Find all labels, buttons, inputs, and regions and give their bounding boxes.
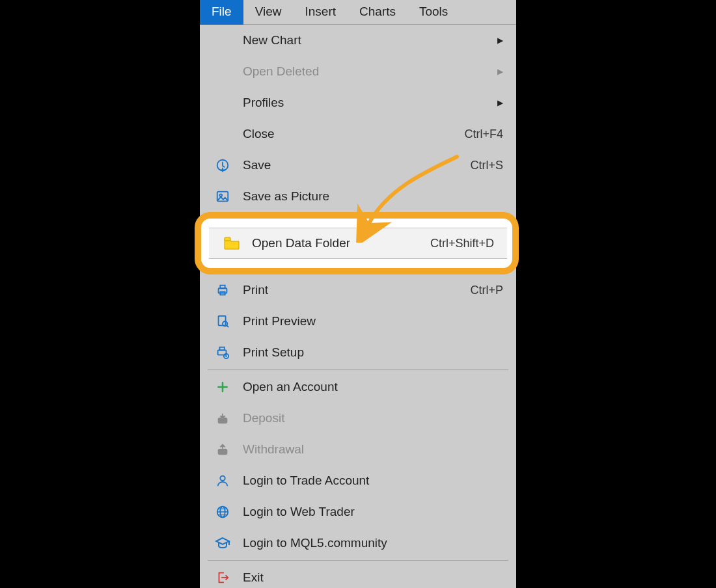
menu-item-open-data-folder[interactable]: Open Data Folder Ctrl+Shift+D (209, 228, 507, 259)
menu-item-label: Open Deleted (243, 64, 491, 79)
menu-item-label: Open Data Folder (252, 236, 424, 250)
menubar: File View Insert Charts Tools (200, 0, 516, 25)
submenu-arrow-icon: ▶ (497, 67, 503, 76)
menubar-item-tools[interactable]: Tools (407, 0, 460, 25)
menu-item-label: Exit (243, 570, 503, 585)
menu-item-new-chart[interactable]: New Chart ▶ (200, 25, 516, 56)
menu-item-print[interactable]: Print Ctrl+P (200, 274, 516, 306)
exit-icon (212, 569, 234, 586)
svg-point-15 (220, 476, 225, 481)
deposit-icon (212, 410, 234, 427)
menubar-item-view[interactable]: View (243, 0, 294, 25)
svg-rect-7 (219, 316, 226, 326)
menu-item-label: New Chart (243, 33, 491, 47)
svg-rect-14 (219, 449, 227, 454)
menu-item-save-as-picture[interactable]: Save as Picture (200, 181, 516, 212)
menu-item-print-preview[interactable]: Print Preview (200, 306, 516, 337)
menu-item-login-trade-account[interactable]: Login to Trade Account (200, 465, 516, 496)
blank-icon (212, 94, 234, 111)
menu-item-label: Withdrawal (243, 442, 503, 457)
folder-icon (221, 235, 243, 252)
menu-item-label: Save (243, 158, 463, 172)
menu-item-label: Login to Trade Account (243, 474, 503, 488)
blank-icon (212, 32, 234, 49)
save-icon (212, 157, 234, 174)
svg-point-12 (225, 355, 227, 357)
menu-item-label: Print Setup (243, 345, 503, 360)
menu-item-print-setup[interactable]: Print Setup (200, 337, 516, 368)
menubar-item-insert[interactable]: Insert (293, 0, 348, 25)
menu-item-open-deleted: Open Deleted ▶ (200, 56, 516, 87)
menu-item-login-web-trader[interactable]: Login to Web Trader (200, 496, 516, 528)
menu-item-label: Login to MQL5.community (243, 536, 503, 550)
menubar-item-charts[interactable]: Charts (348, 0, 407, 25)
menubar-item-file[interactable]: File (200, 0, 243, 25)
blank-icon (212, 126, 234, 142)
menu-item-open-an-account[interactable]: Open an Account (200, 371, 516, 403)
user-icon (212, 472, 234, 489)
submenu-arrow-icon: ▶ (497, 36, 503, 45)
submenu-arrow-icon: ▶ (497, 98, 503, 107)
menu-separator (208, 560, 508, 561)
blank-icon (212, 63, 234, 80)
menu-item-shortcut: Ctrl+F4 (464, 127, 503, 141)
menu-item-login-mql5[interactable]: Login to MQL5.community (200, 528, 516, 559)
menu-item-shortcut: Ctrl+Shift+D (430, 237, 494, 250)
picture-icon (212, 188, 234, 205)
withdrawal-icon (212, 441, 234, 458)
file-menu-dropdown: New Chart ▶ Open Deleted ▶ Profiles ▶ Cl… (200, 25, 516, 588)
app-panel: File View Insert Charts Tools New Chart … (200, 0, 516, 588)
svg-rect-5 (220, 286, 225, 289)
menu-item-close[interactable]: Close Ctrl+F4 (200, 118, 516, 150)
menu-item-exit[interactable]: Exit (200, 562, 516, 588)
menu-item-label: Login to Web Trader (243, 505, 503, 519)
globe-icon (212, 503, 234, 520)
menu-item-profiles[interactable]: Profiles ▶ (200, 87, 516, 118)
graduate-icon (212, 535, 234, 552)
menu-item-label: Print Preview (243, 314, 503, 328)
menu-item-shortcut: Ctrl+P (470, 284, 503, 297)
menu-item-withdrawal: Withdrawal (200, 434, 516, 465)
menu-item-label: Deposit (243, 411, 503, 425)
print-setup-icon (212, 344, 234, 361)
menu-item-label: Profiles (243, 96, 491, 110)
menu-separator (208, 369, 508, 370)
menu-item-save[interactable]: Save Ctrl+S (200, 150, 516, 181)
menu-item-label: Print (243, 283, 463, 297)
svg-point-2 (219, 194, 222, 196)
print-preview-icon (212, 313, 234, 330)
menu-item-deposit: Deposit (200, 403, 516, 434)
print-icon (212, 282, 234, 299)
menu-item-label: Open an Account (243, 380, 503, 394)
menu-item-shortcut: Ctrl+S (470, 159, 503, 172)
menu-item-label: Save as Picture (243, 189, 503, 204)
menu-item-label: Close (243, 127, 458, 141)
svg-rect-10 (219, 347, 224, 351)
svg-rect-3 (225, 237, 230, 241)
plus-icon (212, 379, 234, 395)
